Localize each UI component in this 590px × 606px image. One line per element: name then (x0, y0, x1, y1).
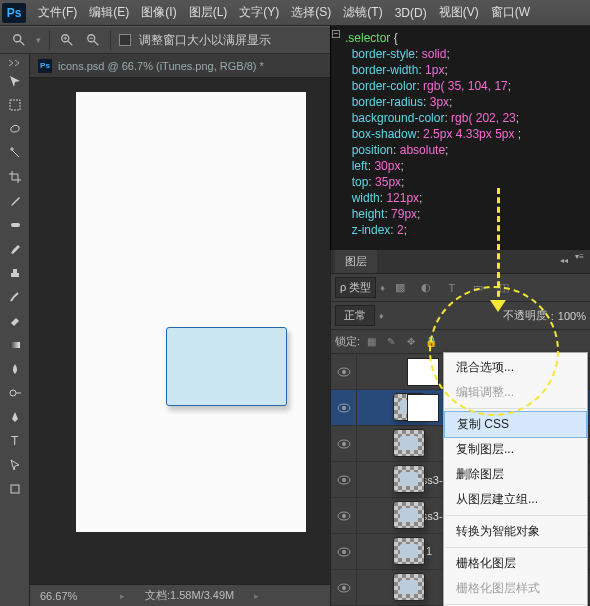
context-menu-item: 编辑调整... (444, 380, 587, 405)
svg-point-25 (342, 514, 346, 518)
gradient-tool[interactable] (3, 334, 27, 356)
filter-kind-select[interactable]: ρ 类型 (335, 277, 376, 298)
zoom-out-icon[interactable] (84, 31, 102, 49)
crop-tool[interactable] (3, 166, 27, 188)
context-menu-item: 栅格化图层样式 (444, 576, 587, 601)
panel-tabs: 图层 ◂◂ ▾≡ (331, 250, 590, 274)
heal-tool[interactable] (3, 214, 27, 236)
menu-view[interactable]: 视图(V) (433, 4, 485, 21)
filter-type-icon[interactable]: T (441, 278, 463, 298)
path-select-tool[interactable] (3, 454, 27, 476)
layer-thumbnail[interactable] (393, 537, 425, 565)
stamp-tool[interactable] (3, 262, 27, 284)
visibility-eye-icon[interactable] (331, 462, 357, 497)
blur-tool[interactable] (3, 358, 27, 380)
css-output-panel: − .selector { border-style: solid; borde… (330, 26, 590, 250)
type-tool[interactable]: T (3, 430, 27, 452)
blend-mode-select[interactable]: 正常 (335, 305, 375, 326)
menu-file[interactable]: 文件(F) (32, 4, 83, 21)
fold-icon[interactable]: − (332, 30, 340, 38)
document-tab-label: icons.psd @ 66.7% (iTunes.png, RGB/8) * (58, 60, 264, 72)
context-menu-item[interactable]: 栅格化图层 (444, 551, 587, 576)
eraser-tool[interactable] (3, 310, 27, 332)
menu-3d[interactable]: 3D(D) (389, 6, 433, 20)
layer-filter-bar: ρ 类型 ♦ ▩ ◐ T ▭ ◫ (331, 274, 590, 302)
menu-separator (445, 604, 586, 605)
shape-tool[interactable] (3, 478, 27, 500)
context-menu-item[interactable]: 复制 CSS (444, 411, 587, 438)
visibility-eye-icon[interactable] (331, 426, 357, 461)
svg-text:T: T (11, 434, 19, 448)
filter-adjust-icon[interactable]: ◐ (415, 278, 437, 298)
zoom-level[interactable]: 66.67% (40, 590, 100, 602)
filter-shape-icon[interactable]: ▭ (467, 278, 489, 298)
svg-point-27 (342, 550, 346, 554)
svg-point-21 (342, 442, 346, 446)
eyedropper-tool[interactable] (3, 190, 27, 212)
marquee-tool[interactable] (3, 94, 27, 116)
menu-select[interactable]: 选择(S) (285, 4, 337, 21)
lock-position-icon[interactable]: ✥ (402, 334, 420, 350)
svg-line-1 (20, 41, 24, 45)
collapse-icon[interactable]: ◂◂ (560, 256, 568, 265)
wand-tool[interactable] (3, 142, 27, 164)
menu-type[interactable]: 文字(Y) (233, 4, 285, 21)
filter-smart-icon[interactable]: ◫ (493, 278, 515, 298)
menu-separator (445, 547, 586, 548)
svg-line-8 (94, 41, 98, 45)
toolbox-collapse-icon[interactable] (5, 58, 25, 68)
filter-pixel-icon[interactable]: ▩ (389, 278, 411, 298)
visibility-eye-icon[interactable] (331, 498, 357, 533)
resize-window-label: 调整窗口大小以满屏显示 (139, 32, 271, 49)
visibility-eye-icon[interactable] (331, 354, 357, 389)
menu-window[interactable]: 窗口(W (485, 4, 536, 21)
brush-tool[interactable] (3, 238, 27, 260)
visibility-eye-icon[interactable] (331, 390, 357, 425)
canvas[interactable] (76, 92, 306, 532)
layer-context-menu: 混合选项...编辑调整...复制 CSS复制图层...删除图层从图层建立组...… (443, 352, 588, 606)
svg-point-23 (342, 478, 346, 482)
context-menu-item[interactable]: 转换为智能对象 (444, 519, 587, 544)
lock-label: 锁定: (335, 334, 360, 349)
flyout-menu-icon[interactable]: ▾≡ (575, 252, 584, 261)
svg-rect-10 (11, 223, 20, 227)
move-tool[interactable] (3, 70, 27, 92)
context-menu-item[interactable]: 混合选项... (444, 355, 587, 380)
layer-thumbnail[interactable] (393, 429, 425, 457)
opacity-label: 不透明度 (503, 308, 547, 323)
lasso-tool[interactable] (3, 118, 27, 140)
pen-tool[interactable] (3, 406, 27, 428)
svg-point-19 (342, 406, 346, 410)
lock-pixels-icon[interactable]: ✎ (382, 334, 400, 350)
layer-lock-bar: 锁定: ▦ ✎ ✥ 🔒 (331, 330, 590, 354)
menu-edit[interactable]: 编辑(E) (83, 4, 135, 21)
layer-thumbnail[interactable] (393, 501, 425, 529)
context-menu-item[interactable]: 复制图层... (444, 437, 587, 462)
menu-layer[interactable]: 图层(L) (183, 4, 234, 21)
zoom-in-icon[interactable] (58, 31, 76, 49)
resize-window-checkbox[interactable] (119, 34, 131, 46)
context-menu-item[interactable]: 从图层建立组... (444, 487, 587, 512)
lock-transparency-icon[interactable]: ▦ (362, 334, 380, 350)
svg-rect-15 (11, 485, 19, 493)
layer-thumbnail[interactable] (393, 573, 425, 601)
layer-thumbnail[interactable] (393, 465, 425, 493)
visibility-eye-icon[interactable] (331, 534, 357, 569)
svg-point-17 (342, 370, 346, 374)
menu-separator (445, 408, 586, 409)
svg-point-0 (14, 35, 21, 42)
selector-shape[interactable] (166, 327, 287, 406)
menu-image[interactable]: 图像(I) (135, 4, 182, 21)
layer-mask-thumbnail[interactable] (407, 394, 439, 422)
context-menu-item[interactable]: 删除图层 (444, 462, 587, 487)
dodge-tool[interactable] (3, 382, 27, 404)
zoom-tool-icon[interactable] (10, 31, 28, 49)
history-brush-tool[interactable] (3, 286, 27, 308)
svg-rect-11 (10, 342, 20, 348)
opacity-value[interactable]: 100% (558, 310, 586, 322)
menu-filter[interactable]: 滤镜(T) (337, 4, 388, 21)
layers-tab[interactable]: 图层 (335, 250, 377, 273)
visibility-eye-icon[interactable] (331, 570, 357, 605)
layer-mask-thumbnail[interactable] (407, 358, 439, 386)
lock-all-icon[interactable]: 🔒 (422, 334, 440, 350)
